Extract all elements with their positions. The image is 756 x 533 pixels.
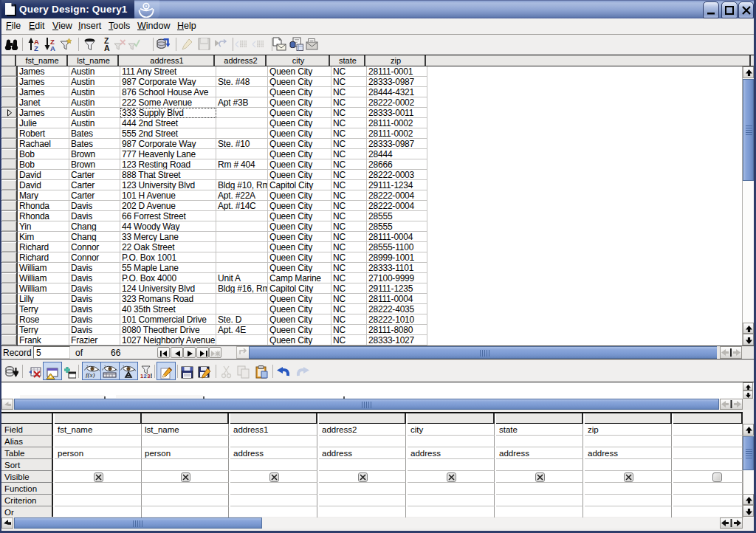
svg-text:A: A xyxy=(104,44,110,51)
svg-text:f(x): f(x) xyxy=(86,371,95,378)
svg-text:!: ! xyxy=(150,372,152,379)
svg-text:1: 1 xyxy=(140,373,143,379)
svg-text:A: A xyxy=(50,44,55,51)
svg-text:2: 2 xyxy=(144,373,147,379)
svg-text:Z: Z xyxy=(34,44,38,51)
